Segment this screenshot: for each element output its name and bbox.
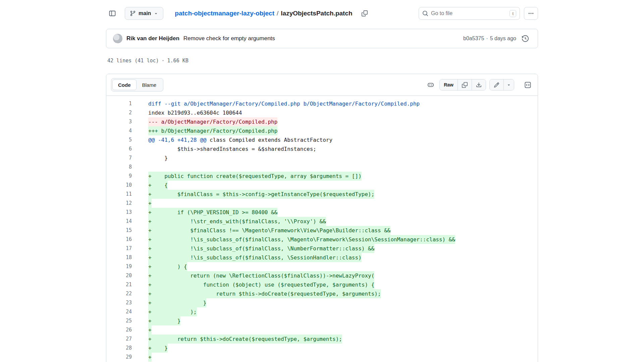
line-number[interactable]: 7 bbox=[106, 154, 132, 163]
commit-author[interactable]: Rik van der Heijden bbox=[126, 35, 179, 42]
code-lines: 1diff --git a/ObjectManager/Factory/Comp… bbox=[106, 96, 538, 362]
triangle-down-icon bbox=[506, 82, 511, 87]
history-icon bbox=[522, 35, 529, 42]
code-text: + } bbox=[132, 316, 180, 325]
code-text: + public function create($requestedType,… bbox=[132, 172, 362, 181]
code-text: + return $this->doCreate($requestedType,… bbox=[132, 335, 342, 344]
file-content-box: Code Blame Raw bbox=[106, 74, 538, 362]
line-number[interactable]: 5 bbox=[106, 135, 132, 144]
line-number[interactable]: 20 bbox=[106, 271, 132, 280]
file-size: 1.66 KB bbox=[167, 58, 189, 64]
edit-button[interactable] bbox=[490, 79, 503, 90]
copy-icon bbox=[462, 82, 468, 88]
raw-copy-download-group: Raw bbox=[439, 79, 486, 90]
edit-dropdown-button[interactable] bbox=[503, 79, 514, 90]
commit-history-button[interactable] bbox=[520, 33, 531, 44]
copy-path-button[interactable] bbox=[359, 8, 370, 19]
line-number[interactable]: 19 bbox=[106, 262, 132, 271]
commit-message[interactable]: Remove check for empty arguments bbox=[183, 35, 275, 42]
code-line: 3--- a/ObjectManager/Factory/Compiled.ph… bbox=[106, 117, 538, 126]
code-line: 26+ bbox=[106, 325, 538, 335]
line-number[interactable]: 4 bbox=[106, 126, 132, 135]
line-number[interactable]: 9 bbox=[106, 172, 132, 181]
copilot-icon bbox=[427, 81, 434, 88]
line-number[interactable]: 26 bbox=[106, 325, 132, 335]
code-text: + } bbox=[132, 344, 168, 353]
raw-button[interactable]: Raw bbox=[440, 79, 458, 90]
branch-selector-button[interactable]: main bbox=[125, 7, 163, 20]
tab-code[interactable]: Code bbox=[112, 79, 137, 90]
code-text bbox=[132, 163, 152, 172]
code-line: 20+ return (new \ReflectionClass($finalC… bbox=[106, 271, 538, 280]
line-number[interactable]: 8 bbox=[106, 163, 132, 172]
go-to-file-input[interactable] bbox=[431, 10, 507, 16]
code-blame-switch: Code Blame bbox=[111, 78, 163, 92]
code-text: + bbox=[132, 199, 152, 208]
line-number[interactable]: 12 bbox=[106, 199, 132, 208]
line-number[interactable]: 10 bbox=[106, 181, 132, 190]
line-number[interactable]: 25 bbox=[106, 316, 132, 325]
code-line: 18+ !\is_subclass_of($finalClass, \Sessi… bbox=[106, 253, 538, 262]
line-number[interactable]: 11 bbox=[106, 190, 132, 199]
line-number[interactable]: 6 bbox=[106, 144, 132, 154]
line-number[interactable]: 2 bbox=[106, 108, 132, 117]
line-number[interactable]: 18 bbox=[106, 253, 132, 262]
line-number[interactable]: 23 bbox=[106, 298, 132, 307]
breadcrumb-file-name: lazyObjectsPatch.patch bbox=[281, 10, 352, 17]
line-number[interactable]: 16 bbox=[106, 235, 132, 244]
code-text: $this->sharedInstances = &$sharedInstanc… bbox=[132, 144, 316, 154]
code-text: index b219d93..e63604c 100644 bbox=[132, 108, 242, 117]
code-text: --- a/ObjectManager/Factory/Compiled.php bbox=[132, 117, 277, 126]
code-text: + $finalClass = $this->config->getInstan… bbox=[132, 190, 374, 199]
line-number[interactable]: 1 bbox=[106, 99, 132, 108]
line-number[interactable]: 21 bbox=[106, 280, 132, 289]
code-text: @@ -41,6 +41,28 @@ class Compiled extend… bbox=[132, 135, 332, 144]
line-number[interactable]: 3 bbox=[106, 117, 132, 126]
line-number[interactable]: 22 bbox=[106, 289, 132, 298]
code-text: + function ($object) use ($requestedType… bbox=[132, 280, 374, 289]
line-number[interactable]: 17 bbox=[106, 244, 132, 253]
code-line: 5@@ -41,6 +41,28 @@ class Compiled exten… bbox=[106, 135, 538, 144]
file-toolbar: Code Blame Raw bbox=[106, 74, 538, 96]
file-line-count: 42 lines (41 loc) bbox=[107, 58, 159, 64]
line-number[interactable]: 14 bbox=[106, 217, 132, 226]
commit-sha[interactable]: b0a5375 bbox=[463, 36, 484, 42]
line-number[interactable]: 13 bbox=[106, 208, 132, 217]
code-text: + ); bbox=[132, 307, 197, 316]
commit-separator: · bbox=[486, 36, 488, 42]
code-line: 8 bbox=[106, 163, 538, 172]
symbols-panel-button[interactable] bbox=[522, 79, 533, 90]
more-options-button[interactable] bbox=[524, 7, 538, 20]
code-text: + return (new \ReflectionClass($finalCla… bbox=[132, 271, 374, 280]
code-line: 9+ public function create($requestedType… bbox=[106, 172, 538, 181]
download-button[interactable] bbox=[472, 79, 486, 90]
go-to-file-search[interactable]: t bbox=[419, 7, 520, 20]
sidebar-toggle-button[interactable] bbox=[106, 7, 119, 20]
code-line: 24+ ); bbox=[106, 307, 538, 316]
code-text: + return $this->doCreate($requestedType,… bbox=[132, 289, 381, 298]
line-number[interactable]: 28 bbox=[106, 344, 132, 353]
line-number[interactable]: 27 bbox=[106, 335, 132, 344]
code-line: 28+ } bbox=[106, 344, 538, 353]
code-line: 12+ bbox=[106, 199, 538, 208]
line-number[interactable]: 15 bbox=[106, 226, 132, 235]
code-line: 13+ if (\PHP_VERSION_ID >= 80400 && bbox=[106, 208, 538, 217]
file-meta-separator: · bbox=[162, 58, 165, 64]
code-line: 16+ !\is_subclass_of($finalClass, \Magen… bbox=[106, 235, 538, 244]
edit-group bbox=[489, 79, 514, 90]
line-number[interactable]: 29 bbox=[106, 353, 132, 362]
code-text: + if (\PHP_VERSION_ID >= 80400 && bbox=[132, 208, 277, 217]
search-icon bbox=[422, 10, 428, 16]
copilot-button[interactable] bbox=[425, 79, 436, 90]
tab-blame[interactable]: Blame bbox=[137, 79, 162, 90]
breadcrumb-repo-link[interactable]: patch-objectmanager-lazy-object bbox=[175, 10, 274, 17]
line-number[interactable]: 24 bbox=[106, 307, 132, 316]
code-line: 29+ bbox=[106, 353, 538, 362]
code-text: + !\is_subclass_of($finalClass, \Magento… bbox=[132, 235, 455, 244]
code-text: + } bbox=[132, 298, 206, 307]
code-line: 23+ } bbox=[106, 298, 538, 307]
code-text: + !\is_subclass_of($finalClass, \Session… bbox=[132, 253, 362, 262]
copy-file-button[interactable] bbox=[458, 79, 472, 90]
avatar[interactable] bbox=[113, 34, 122, 43]
code-line: 1diff --git a/ObjectManager/Factory/Comp… bbox=[106, 99, 538, 108]
